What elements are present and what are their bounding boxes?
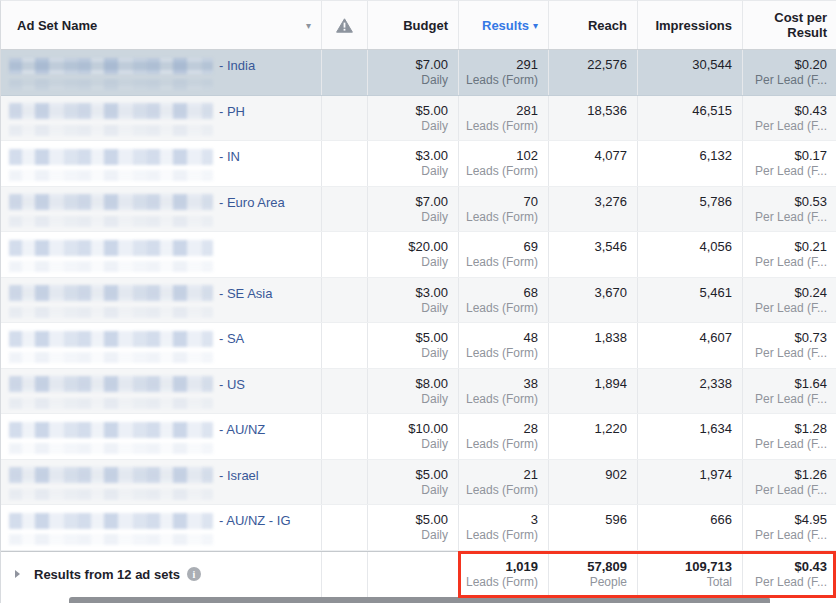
budget-value: $7.00 (372, 194, 448, 210)
column-header-cost-per-result[interactable]: Cost per Result (742, 1, 836, 49)
table-row[interactable]: - AU/NZ - IG $5.00 Daily 3 Leads (Form) … (1, 505, 836, 551)
reach-total-cell: 57,809 People (548, 552, 637, 598)
impressions-value: 2,338 (642, 376, 732, 392)
redacted-ad-set-name (9, 422, 213, 438)
reach-total-label: People (553, 575, 627, 590)
delivery-warning-cell (321, 369, 367, 414)
impressions-total-value: 109,713 (642, 559, 732, 575)
ad-set-name-cell: - US (1, 369, 321, 414)
cost-total-value: $0.43 (747, 559, 827, 575)
impressions-value: 1,634 (642, 421, 732, 437)
cost-type-label: Per Lead (F... (747, 301, 827, 316)
redacted-ad-set-subtext (9, 352, 213, 363)
column-header-budget[interactable]: Budget (367, 1, 458, 49)
column-header-impressions[interactable]: Impressions (637, 1, 742, 49)
ad-set-name-link[interactable]: - AU/NZ - IG (219, 513, 291, 528)
table-row[interactable]: - PH $5.00 Daily 281 Leads (Form) 18,536… (1, 96, 836, 142)
results-summary-cell: Results from 12 ad sets i (1, 552, 321, 598)
redacted-ad-set-subtext (9, 79, 213, 90)
table-row[interactable]: - IN $3.00 Daily 102 Leads (Form) 4,077 … (1, 141, 836, 187)
ad-set-name-link[interactable]: - PH (219, 104, 245, 119)
impressions-value: 1,974 (642, 467, 732, 483)
delivery-warning-cell (321, 232, 367, 277)
redacted-ad-set-subtext (9, 125, 213, 136)
column-header-ad-set-name[interactable]: Ad Set Name ▾ (1, 1, 321, 49)
results-total-cell: 1,019 Leads (Form) (458, 552, 548, 598)
expand-caret-icon[interactable] (15, 570, 20, 578)
ad-set-name-link[interactable]: - SA (219, 331, 244, 346)
budget-value: $3.00 (372, 285, 448, 301)
ad-set-name-cell: - Israel (1, 460, 321, 505)
results-type-label: Leads (Form) (463, 73, 538, 88)
reach-cell: 18,536 (548, 96, 637, 141)
budget-value: $5.00 (372, 103, 448, 119)
budget-value: $8.00 (372, 376, 448, 392)
ad-set-name-link[interactable]: - AU/NZ (219, 422, 265, 437)
reach-value: 22,576 (553, 57, 627, 73)
results-type-label: Leads (Form) (463, 164, 538, 179)
reach-value: 3,276 (553, 194, 627, 210)
results-cell: 38 Leads (Form) (458, 369, 548, 414)
impressions-cell: 46,515 (637, 96, 742, 141)
chevron-down-icon: ▾ (306, 18, 311, 33)
budget-type-label: Daily (372, 528, 448, 543)
cost-cell: $1.28 Per Lead (F... (742, 414, 836, 459)
impressions-cell: 1,974 (637, 460, 742, 505)
table-row[interactable]: - SA $5.00 Daily 48 Leads (Form) 1,838 4… (1, 323, 836, 369)
ad-set-name-link[interactable]: - India (219, 58, 255, 73)
budget-value: $3.00 (372, 148, 448, 164)
column-header-results[interactable]: Results ▾ (458, 1, 548, 49)
table-row[interactable]: $20.00 Daily 69 Leads (Form) 3,546 4,056… (1, 232, 836, 278)
results-value: 281 (463, 103, 538, 119)
results-type-label: Leads (Form) (463, 483, 538, 498)
ad-set-name-link[interactable]: - Israel (219, 468, 259, 483)
results-cell: 291 Leads (Form) (458, 50, 548, 95)
delivery-warning-cell (321, 460, 367, 505)
reach-value: 1,220 (553, 421, 627, 437)
cost-value: $0.43 (747, 103, 827, 119)
budget-cell: $10.00 Daily (367, 414, 458, 459)
redacted-ad-set-subtext (9, 170, 213, 181)
results-header-label: Results (482, 18, 529, 33)
redacted-ad-set-name (9, 240, 213, 256)
budget-value: $5.00 (372, 467, 448, 483)
column-header-reach[interactable]: Reach (548, 1, 637, 49)
cost-cell: $0.24 Per Lead (F... (742, 278, 836, 323)
delivery-warning-cell (321, 505, 367, 550)
impressions-cell: 6,132 (637, 141, 742, 186)
results-cell: 3 Leads (Form) (458, 505, 548, 550)
table-row[interactable]: - US $8.00 Daily 38 Leads (Form) 1,894 2… (1, 369, 836, 415)
cost-value: $1.64 (747, 376, 827, 392)
ad-set-name-link[interactable]: - Euro Area (219, 195, 285, 210)
budget-value: $20.00 (372, 239, 448, 255)
ad-set-name-link[interactable]: - SE Asia (219, 286, 272, 301)
budget-cell: $20.00 Daily (367, 232, 458, 277)
table-row[interactable]: - Israel $5.00 Daily 21 Leads (Form) 902… (1, 460, 836, 506)
info-icon[interactable]: i (187, 567, 201, 581)
cost-total-label: Per Lead (F... (747, 575, 827, 590)
impressions-value: 6,132 (642, 148, 732, 164)
ad-set-name-cell: - IN (1, 141, 321, 186)
results-value: 48 (463, 330, 538, 346)
sort-descending-icon: ▾ (533, 18, 538, 33)
ad-set-name-link[interactable]: - US (219, 377, 245, 392)
column-header-delivery-warning[interactable] (321, 1, 367, 49)
reach-cell: 22,576 (548, 50, 637, 95)
impressions-value: 4,056 (642, 239, 732, 255)
cost-cell: $0.20 Per Lead (F... (742, 50, 836, 95)
results-total-value: 1,019 (463, 559, 538, 575)
impressions-value: 30,544 (642, 57, 732, 73)
reach-total-value: 57,809 (553, 559, 627, 575)
results-type-label: Leads (Form) (463, 301, 538, 316)
table-row[interactable]: - India $7.00 Daily 291 Leads (Form) 22,… (1, 50, 836, 96)
delivery-warning-cell (321, 278, 367, 323)
table-row[interactable]: - Euro Area $7.00 Daily 70 Leads (Form) … (1, 187, 836, 233)
horizontal-scrollbar-thumb[interactable] (69, 597, 770, 603)
cost-cell: $0.73 Per Lead (F... (742, 323, 836, 368)
table-row[interactable]: - AU/NZ $10.00 Daily 28 Leads (Form) 1,2… (1, 414, 836, 460)
ad-set-name-link[interactable]: - IN (219, 149, 240, 164)
results-type-label: Leads (Form) (463, 346, 538, 361)
impressions-total-label: Total (642, 575, 732, 590)
impressions-cell: 30,544 (637, 50, 742, 95)
table-row[interactable]: - SE Asia $3.00 Daily 68 Leads (Form) 3,… (1, 278, 836, 324)
